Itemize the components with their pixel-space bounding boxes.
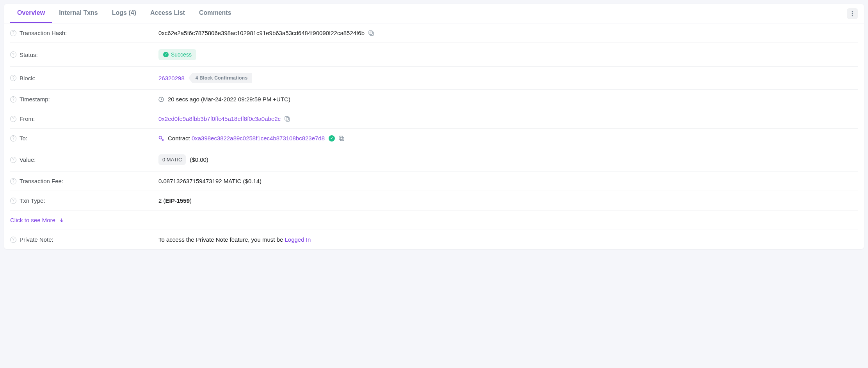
svg-rect-9 <box>340 137 344 141</box>
details-rows: ? Transaction Hash: 0xc62e2a5f6c7875806e… <box>4 23 864 249</box>
value-timestamp: 20 secs ago (Mar-24-2022 09:29:59 PM +UT… <box>168 96 290 103</box>
svg-rect-7 <box>285 117 288 120</box>
copy-icon[interactable] <box>368 30 374 36</box>
row-value: ? Value: 0 MATIC ($0.00) <box>10 148 858 172</box>
help-icon[interactable]: ? <box>10 75 16 81</box>
copy-icon[interactable] <box>339 136 344 141</box>
help-icon[interactable]: ? <box>10 96 16 103</box>
svg-rect-6 <box>286 118 290 121</box>
tab-overview[interactable]: Overview <box>10 4 52 23</box>
row-txtype: ? Txn Type: 2 (EIP-1559) <box>10 191 858 211</box>
label-block: Block: <box>20 75 36 81</box>
from-address-link[interactable]: 0x2ed0fe9a8fbb3b7f0ffc45a18eff8f0c3a0abe… <box>158 115 281 122</box>
see-more-text: Click to see More <box>10 217 55 223</box>
value-usd: ($0.00) <box>190 156 208 163</box>
block-link[interactable]: 26320298 <box>158 75 185 81</box>
arrow-down-icon <box>59 218 64 223</box>
row-to: ? To: Contract 0xa398ec3822a89c0258f1cec… <box>10 129 858 148</box>
svg-rect-3 <box>370 32 374 35</box>
dots-vertical-icon <box>852 11 853 16</box>
label-value: Value: <box>20 156 36 163</box>
label-private: Private Note: <box>20 236 53 243</box>
to-address-link[interactable]: 0xa398ec3822a89c0258f1cec4b873108bc823e7… <box>192 135 325 142</box>
help-icon[interactable]: ? <box>10 198 16 204</box>
svg-point-2 <box>852 15 853 16</box>
value-txtype: 2 (EIP-1559) <box>158 197 192 204</box>
value-txhash: 0xc62e2a5f6c7875806e398ac102981c91e9b63a… <box>158 30 365 36</box>
row-txhash: ? Transaction Hash: 0xc62e2a5f6c7875806e… <box>10 23 858 43</box>
tab-logs[interactable]: Logs (4) <box>105 4 143 23</box>
copy-icon[interactable] <box>285 116 290 122</box>
see-more-link[interactable]: Click to see More <box>10 217 64 223</box>
status-badge: ✓ Success <box>158 49 196 60</box>
svg-point-0 <box>852 11 853 12</box>
help-icon[interactable]: ? <box>10 30 16 36</box>
to-prefix: Contract <box>168 135 190 142</box>
svg-point-8 <box>159 136 162 139</box>
contract-icon <box>158 136 164 141</box>
label-txhash: Transaction Hash: <box>20 30 67 36</box>
tab-comments[interactable]: Comments <box>192 4 238 23</box>
label-txtype: Txn Type: <box>20 197 45 204</box>
help-icon[interactable]: ? <box>10 237 16 243</box>
help-icon[interactable]: ? <box>10 116 16 122</box>
help-icon[interactable]: ? <box>10 51 16 58</box>
label-from: From: <box>20 115 35 122</box>
value-badge: 0 MATIC <box>158 154 186 165</box>
svg-point-1 <box>852 13 853 14</box>
tabs-bar: Overview Internal Txns Logs (4) Access L… <box>4 4 864 23</box>
more-options-button[interactable] <box>847 8 858 19</box>
tab-internal-txns[interactable]: Internal Txns <box>52 4 105 23</box>
row-fee: ? Transaction Fee: 0.087132637159473192 … <box>10 172 858 191</box>
label-status: Status: <box>20 51 38 58</box>
row-private-note: ? Private Note: To access the Private No… <box>10 230 858 249</box>
value-fee: 0.087132637159473192 MATIC ($0.14) <box>158 178 261 184</box>
confirmations-badge: 4 Block Confirmations <box>189 73 253 83</box>
private-note-text: To access the Private Note feature, you … <box>158 236 311 243</box>
transaction-card: Overview Internal Txns Logs (4) Access L… <box>4 4 864 249</box>
status-text: Success <box>171 51 192 58</box>
row-block: ? Block: 26320298 4 Block Confirmations <box>10 67 858 90</box>
help-icon[interactable]: ? <box>10 157 16 163</box>
clock-icon <box>158 97 164 102</box>
label-fee: Transaction Fee: <box>20 178 63 184</box>
label-to: To: <box>20 135 27 142</box>
row-from: ? From: 0x2ed0fe9a8fbb3b7f0ffc45a18eff8f… <box>10 109 858 129</box>
help-icon[interactable]: ? <box>10 178 16 184</box>
svg-rect-4 <box>369 31 372 34</box>
svg-rect-10 <box>339 136 343 140</box>
tab-access-list[interactable]: Access List <box>143 4 192 23</box>
help-icon[interactable]: ? <box>10 135 16 142</box>
check-circle-icon: ✓ <box>163 52 169 57</box>
row-status: ? Status: ✓ Success <box>10 43 858 67</box>
label-timestamp: Timestamp: <box>20 96 50 103</box>
see-more-section: Click to see More <box>10 211 858 230</box>
logged-in-link[interactable]: Logged In <box>285 236 311 243</box>
verified-icon: ✓ <box>329 135 335 142</box>
row-timestamp: ? Timestamp: 20 secs ago (Mar-24-2022 09… <box>10 90 858 109</box>
